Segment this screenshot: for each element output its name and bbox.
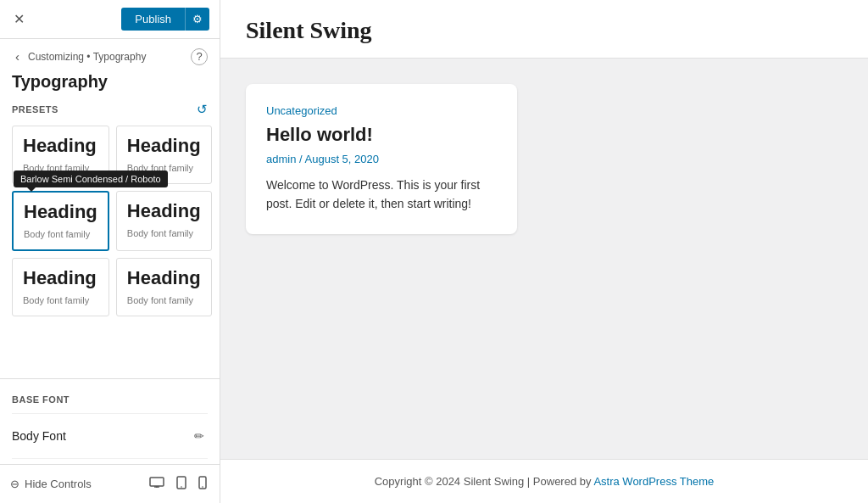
settings-button[interactable]: ⚙ <box>185 8 209 31</box>
footer-text: Copyright © 2024 Silent Swing | Powered … <box>375 475 594 488</box>
preset-heading-3: Heading <box>24 201 97 223</box>
footer-link[interactable]: Astra WordPress Theme <box>593 475 714 488</box>
reset-button[interactable]: ↺ <box>197 102 208 117</box>
base-font-header: BASE FONT <box>12 386 208 413</box>
preset-body-3: Body font family <box>24 229 90 239</box>
publish-button[interactable]: Publish <box>121 8 185 31</box>
right-panel: Silent Swing Uncategorized Hello world! … <box>220 0 868 503</box>
preset-card-6[interactable]: Heading Body font family <box>116 258 212 316</box>
breadcrumb-bar: ‹ Customizing • Typography ? <box>0 39 220 69</box>
body-font-label: Body Font <box>12 429 66 443</box>
tablet-view-button[interactable] <box>174 473 189 495</box>
preset-heading-5: Heading <box>23 267 98 289</box>
back-button[interactable]: ‹ <box>12 48 23 65</box>
preset-card-4[interactable]: Heading Body font family <box>116 191 212 251</box>
hide-controls-button[interactable]: ⊖ Hide Controls <box>10 478 92 490</box>
preset-heading-6: Heading <box>127 267 201 289</box>
presets-header: Presets ↺ <box>12 102 208 117</box>
preview-header: Silent Swing <box>220 0 868 59</box>
left-panel: ✕ Publish ⚙ ‹ Customizing • Typography ?… <box>0 0 220 503</box>
preset-card-5[interactable]: Heading Body font family <box>12 258 109 316</box>
preset-heading-1: Heading <box>23 135 98 157</box>
bottom-bar: ⊖ Hide Controls <box>0 464 220 503</box>
preview-footer: Copyright © 2024 Silent Swing | Powered … <box>220 459 868 503</box>
svg-rect-0 <box>150 478 164 486</box>
hide-controls-label: Hide Controls <box>25 478 92 490</box>
post-meta: admin / August 5, 2020 <box>266 153 497 165</box>
post-category: Uncategorized <box>266 104 497 117</box>
preset-body-2: Body font family <box>127 163 193 173</box>
post-card: Uncategorized Hello world! admin / Augus… <box>246 84 517 234</box>
mobile-view-button[interactable] <box>196 473 209 495</box>
hide-icon: ⊖ <box>10 478 19 490</box>
presets-label: Presets <box>12 104 58 115</box>
breadcrumb-text: Customizing • Typography <box>28 51 146 63</box>
desktop-view-button[interactable] <box>147 474 167 495</box>
svg-point-4 <box>181 486 182 488</box>
body-font-row: Body Font ✏ <box>12 413 208 458</box>
preset-card-1[interactable]: Heading Body font family <box>12 126 109 184</box>
preset-body-1: Body font family <box>23 163 89 173</box>
site-title: Silent Swing <box>246 17 843 44</box>
publish-group: Publish ⚙ <box>121 8 209 31</box>
body-font-edit-button[interactable]: ✏ <box>191 426 208 446</box>
divider-1 <box>0 378 220 379</box>
svg-point-6 <box>202 486 203 488</box>
preset-card-2[interactable]: Heading Body font family <box>116 126 212 184</box>
help-button[interactable]: ? <box>191 48 208 65</box>
preset-body-4: Body font family <box>127 228 193 238</box>
post-title: Hello world! <box>266 124 497 146</box>
top-bar: ✕ Publish ⚙ <box>0 0 220 39</box>
page-title: Typography <box>0 69 220 102</box>
preset-heading-4: Heading <box>127 200 201 222</box>
preset-body-5: Body font family <box>23 295 89 305</box>
preview-content: Uncategorized Hello world! admin / Augus… <box>220 59 868 459</box>
presets-section: Presets ↺ Heading Body font family Headi… <box>0 102 220 372</box>
presets-grid: Heading Body font family Heading Body fo… <box>12 126 208 316</box>
post-body: Welcome to WordPress. This is your first… <box>266 176 497 214</box>
view-buttons <box>147 473 209 495</box>
preset-body-6: Body font family <box>127 295 193 305</box>
close-button[interactable]: ✕ <box>10 8 28 31</box>
preset-heading-2: Heading <box>127 135 201 157</box>
preset-card-3[interactable]: Barlow Semi Condensed / Roboto Heading B… <box>12 191 109 251</box>
